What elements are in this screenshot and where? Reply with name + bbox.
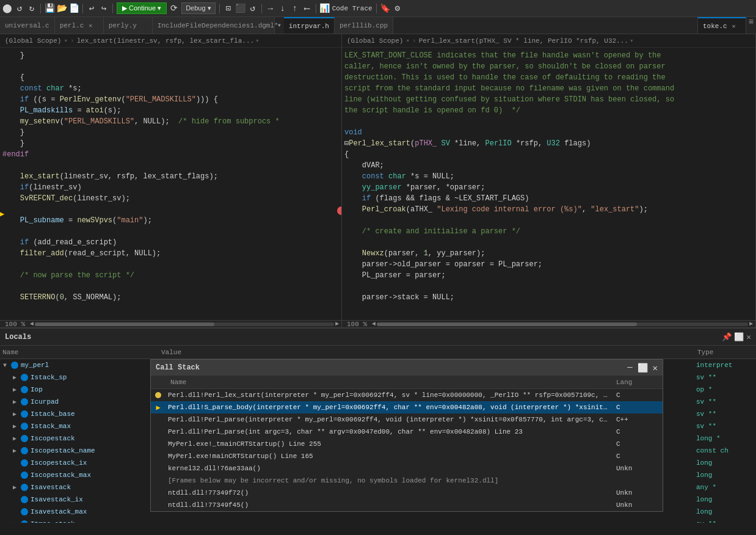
step-over-icon[interactable]: ⟳ — [169, 4, 179, 13]
row-name: Isavestack_ix — [29, 496, 170, 503]
tab-include[interactable]: IncludeFileDependencies1.dgml* — [153, 17, 275, 34]
right-code-area[interactable]: LEX_START_DONT_CLOSE indicates that the … — [342, 48, 755, 320]
cs-indicator — [151, 392, 165, 398]
restart-icon[interactable]: ↺ — [248, 4, 258, 13]
maximize-icon[interactable]: ⬜ — [734, 332, 744, 342]
pin-icon[interactable]: 📌 — [722, 332, 732, 342]
tab-perly-y[interactable]: perly.y — [104, 17, 153, 34]
expand-icon[interactable]: ▶ — [10, 434, 20, 443]
expand-icon[interactable]: ▶ — [10, 519, 20, 523]
save-icon[interactable]: 💾 — [45, 4, 54, 13]
close-icon-toke[interactable]: ✕ — [732, 23, 736, 30]
tab-toke-c[interactable]: toke.c ✕ — [697, 17, 746, 34]
callstack-close-icon[interactable]: ✕ — [653, 363, 658, 373]
breadcrumb-dropdown-right[interactable]: ▾ — [630, 37, 634, 45]
callstack-minimize-icon[interactable]: ─ — [627, 363, 632, 373]
code-line — [0, 226, 341, 237]
expand-icon[interactable]: ▶ — [10, 385, 20, 395]
tab-universal-c[interactable]: universal.c — [0, 17, 55, 34]
expand-icon[interactable]: ▶ — [10, 446, 20, 456]
locals-header-icons: 📌 ⬜ ✕ — [722, 332, 751, 342]
callstack-row[interactable]: ntdll.dll!77349f72() Unkn — [151, 487, 663, 499]
run-icon[interactable]: ⊡ — [224, 4, 233, 13]
expand-icon[interactable]: ▶ — [10, 421, 20, 431]
row-type: interpret — [695, 362, 756, 369]
tab-perlllib-cpp[interactable]: perlllib.cpp — [335, 17, 393, 34]
close-panel-icon[interactable]: ✕ — [746, 332, 751, 342]
dot-icon — [21, 398, 28, 406]
continue-button[interactable]: ▶ Continue ▾ — [117, 2, 167, 14]
row-type: any * — [695, 484, 756, 491]
settings-icon[interactable]: ⚙ — [393, 4, 402, 13]
left-code-content: } { const char *s; if ((s = PerlEnv_gete… — [0, 48, 341, 305]
locals-wrapper: ▼ my_perl 0x00692ff4 {Istack_sp=0x006919… — [0, 359, 756, 523]
tab-intrpvar-h[interactable]: intrpvar.h — [284, 17, 335, 34]
undo-icon[interactable]: ↩ — [87, 4, 96, 13]
code-line: if(linestr_sv) — [0, 182, 341, 193]
forward-icon[interactable]: ↻ — [27, 4, 37, 13]
expand-icon[interactable]: ▼ — [0, 360, 10, 370]
stop-icon[interactable]: ⬛ — [236, 4, 245, 13]
current-line-arrow: ▶ — [0, 209, 4, 219]
code-line: Perl_croak(aTHX_ "Lexing code internal e… — [342, 204, 755, 215]
left-scroll-track[interactable] — [35, 322, 334, 326]
right-scroll-left[interactable]: ◄ — [371, 321, 377, 327]
tab-perl-c[interactable]: perl.c ✕ — [55, 17, 104, 34]
list-item[interactable]: ▶ Itmps_stack sv ** — [0, 518, 756, 523]
left-scroll-left[interactable]: ◄ — [29, 321, 35, 327]
row-name: Iscopestack — [29, 435, 170, 442]
expand-icon[interactable]: ▶ — [10, 409, 20, 419]
callstack-row: [Frames below may be incorrect and/or mi… — [151, 475, 663, 487]
step-out-icon[interactable]: ↑ — [290, 4, 300, 13]
code-line: parser->stack = NULL; — [342, 292, 755, 303]
tab-more-icon[interactable]: ≡ — [746, 17, 756, 27]
tab-scroll-right[interactable]: ▾ — [275, 17, 284, 34]
callstack-row[interactable]: Perl.dll!Perl_lex_start(interpreter * my… — [151, 389, 663, 401]
expand-icon[interactable]: ▶ — [10, 373, 20, 382]
cs-name: MyPerl.exe!mainCRTStartup() Line 165 — [165, 453, 614, 460]
left-code-area[interactable]: } { const char *s; if ((s = PerlEnv_gete… — [0, 48, 341, 320]
breadcrumb-dropdown[interactable]: ▾ — [255, 37, 260, 45]
debug-dropdown[interactable]: Debug ▾ — [181, 2, 215, 14]
callstack-row[interactable]: Perl.dll!Perl_parse(interpreter * my_per… — [151, 413, 663, 426]
right-scroll-right[interactable]: ► — [748, 321, 754, 327]
callstack-row[interactable]: MyPerl.exe!_tmainCRTStartup() Line 255 C — [151, 438, 663, 450]
callstack-row[interactable]: ntdll.dll!77349f45() Unkn — [151, 499, 663, 511]
breadcrumb-arrow: › — [70, 37, 75, 45]
code-line: yy_parser *parser, *oparser; — [342, 182, 755, 193]
row-type: sv ** — [695, 410, 756, 418]
close-icon[interactable]: ✕ — [89, 22, 92, 29]
callstack-row[interactable]: Perl.dll!Perl_parse(int argc=3, char ** … — [151, 426, 663, 438]
back-icon[interactable]: ↺ — [15, 4, 24, 13]
step-in-icon[interactable]: ↓ — [278, 4, 288, 13]
callstack-row[interactable]: MyPerl.exe!mainCRTStartup() Line 165 C — [151, 450, 663, 462]
codetrace-icon[interactable]: 📊 — [320, 4, 330, 13]
left-hscroll[interactable]: 100 % ◄ ► — [0, 320, 341, 327]
right-scroll-track[interactable] — [377, 322, 748, 326]
expand-icon[interactable]: ▶ — [10, 482, 20, 492]
file-icon[interactable]: 📄 — [69, 4, 79, 13]
breakpoint-dot — [337, 206, 342, 215]
right-hscroll[interactable]: 100 % ◄ ► — [342, 320, 755, 327]
code-line: PL_subname = newSVpvs("main"); — [0, 215, 341, 226]
callstack-restore-icon[interactable]: ⬜ — [638, 363, 648, 373]
go-icon[interactable]: ⬤ — [2, 4, 12, 13]
code-line: destruction. This is used to handle the … — [342, 72, 755, 83]
locals-title: Locals — [5, 333, 722, 341]
code-line: parser->old_parser = oparser = PL_parser… — [342, 259, 755, 270]
left-scroll-thumb[interactable] — [35, 322, 214, 326]
code-line: { — [342, 149, 755, 160]
row-name: Isavestack_max — [29, 508, 170, 515]
callstack-row[interactable]: ▶ Perl.dll!S_parse_body(interpreter * my… — [151, 401, 663, 413]
open-icon[interactable]: 📂 — [57, 4, 67, 13]
right-scroll-thumb[interactable] — [377, 322, 637, 326]
row-name: Iscopestack_max — [29, 471, 170, 479]
left-scroll-right[interactable]: ► — [334, 321, 340, 327]
sep6 — [316, 4, 316, 13]
expand-icon[interactable]: ▶ — [10, 397, 20, 407]
step-next-icon[interactable]: → — [266, 4, 275, 13]
step-back-icon[interactable]: ⟵ — [302, 4, 312, 13]
bookmark-icon[interactable]: 🔖 — [380, 4, 390, 13]
redo-icon[interactable]: ↪ — [99, 4, 109, 13]
callstack-row[interactable]: kernel32.dll!76ae33aa() Unkn — [151, 462, 663, 475]
